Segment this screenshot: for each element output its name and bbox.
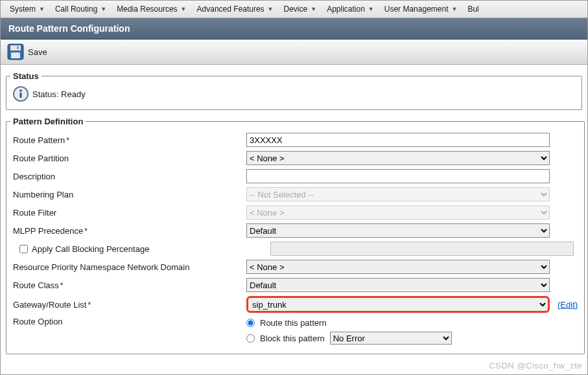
mlpp-precedence-select[interactable]: Default <box>246 223 550 238</box>
watermark: CSDN @Cisco_hw_zte <box>489 361 582 370</box>
label-route-filter: Route Filter <box>13 208 246 218</box>
block-reason-select[interactable]: No Error <box>330 332 452 345</box>
label-gateway-route-list: Gateway/Route List <box>13 300 246 310</box>
chevron-down-icon: ▼ <box>451 6 457 12</box>
label-rpnnd: Resource Priority Namespace Network Doma… <box>13 262 246 272</box>
block-this-pattern-option[interactable]: Block this pattern No Error <box>246 332 452 345</box>
gateway-route-list-select[interactable]: sip_trunk <box>246 296 550 313</box>
menu-user-management[interactable]: User Management▼ <box>379 5 463 14</box>
menu-advanced-features[interactable]: Advanced Features▼ <box>192 5 279 14</box>
apply-call-blocking-checkbox[interactable] <box>19 245 28 253</box>
route-this-radio[interactable] <box>246 319 255 327</box>
menu-application[interactable]: Application▼ <box>322 5 379 14</box>
label-route-partition: Route Partition <box>13 153 246 163</box>
route-filter-select: < None > <box>246 205 550 220</box>
svg-rect-3 <box>17 46 19 49</box>
menu-media-resources[interactable]: Media Resources▼ <box>112 5 191 14</box>
status-text: Status: Ready <box>32 89 86 99</box>
svg-point-5 <box>19 89 22 92</box>
info-icon <box>13 86 29 102</box>
numbering-plan-select: -- Not Selected -- <box>246 187 550 201</box>
menu-system[interactable]: System▼ <box>5 5 50 14</box>
label-route-option: Route Option <box>13 317 246 326</box>
block-this-radio[interactable] <box>246 334 255 343</box>
save-label: Save <box>28 47 47 57</box>
svg-rect-1 <box>10 45 21 51</box>
chevron-down-icon: ▼ <box>181 6 187 12</box>
chevron-down-icon: ▼ <box>268 6 274 12</box>
route-partition-select[interactable]: < None > <box>246 151 550 165</box>
status-fieldset: Status Status: Ready <box>6 71 582 110</box>
svg-rect-6 <box>20 93 22 98</box>
chevron-down-icon: ▼ <box>311 6 316 12</box>
route-pattern-input[interactable] <box>246 133 550 147</box>
menu-device[interactable]: Device▼ <box>279 5 322 14</box>
description-input[interactable] <box>246 169 550 183</box>
status-legend: Status <box>10 71 41 81</box>
menubar: System▼ Call Routing▼ Media Resources▼ A… <box>1 1 587 18</box>
call-blocking-percentage-input <box>270 242 574 256</box>
label-description: Description <box>13 172 246 181</box>
route-class-select[interactable]: Default <box>246 278 550 292</box>
pattern-definition-legend: Pattern Definition <box>10 117 86 126</box>
menu-bulk-truncated[interactable]: Bul <box>462 5 484 14</box>
chevron-down-icon: ▼ <box>368 6 374 12</box>
floppy-disk-icon <box>7 43 24 60</box>
edit-link[interactable]: Edit <box>560 300 574 310</box>
block-this-label: Block this pattern <box>260 334 325 343</box>
svg-rect-2 <box>11 52 20 58</box>
page-title: Route Pattern Configuration <box>1 18 587 40</box>
route-this-pattern-option[interactable]: Route this pattern <box>246 318 452 328</box>
save-button[interactable]: Save <box>7 43 47 60</box>
chevron-down-icon: ▼ <box>39 6 45 12</box>
chevron-down-icon: ▼ <box>100 6 106 12</box>
label-mlpp: MLPP Precedence <box>13 226 246 236</box>
label-numbering-plan: Numbering Plan <box>13 190 246 199</box>
rpnnd-select[interactable]: < None > <box>246 260 550 274</box>
label-route-class: Route Class <box>13 280 246 290</box>
toolbar: Save <box>1 40 587 65</box>
menu-call-routing[interactable]: Call Routing▼ <box>50 5 112 14</box>
route-this-label: Route this pattern <box>260 318 327 328</box>
label-apply-cbp: Apply Call Blocking Percentage <box>32 244 149 254</box>
label-route-pattern: Route Pattern <box>13 135 246 145</box>
pattern-definition-fieldset: Pattern Definition Route Pattern Route P… <box>6 117 585 354</box>
